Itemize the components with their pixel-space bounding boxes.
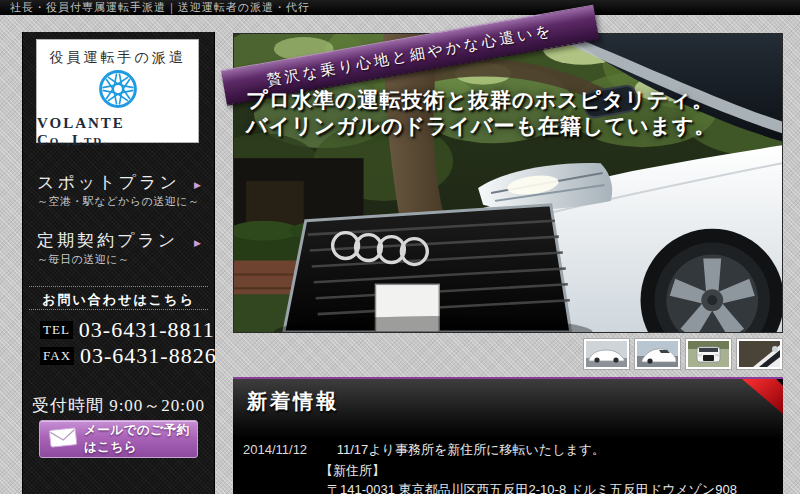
news-heading: 新着情報 bbox=[247, 388, 339, 415]
menu-sublabel: ～空港・駅などからの送迎に～ bbox=[37, 194, 203, 209]
red-corner-ribbon bbox=[703, 379, 783, 429]
hero-headline-line2: バイリンガルのドライバーも在籍しています。 bbox=[246, 113, 716, 139]
car-thumbnail-1[interactable] bbox=[584, 339, 629, 369]
divider bbox=[29, 286, 208, 287]
menu-sublabel: ～毎日の送迎に～ bbox=[37, 252, 203, 267]
menu-label: 定期契約プラン bbox=[37, 230, 203, 252]
tel-label: TEL bbox=[40, 321, 73, 339]
tel-row: TEL 03-6431-8811 bbox=[40, 317, 210, 343]
business-hours: 受付時間 9:00～20:00 bbox=[23, 394, 214, 417]
news-text-line3: 〒141-0031 東京都品川区西五反田2-10-8 ドルミ五反田ドウメゾン90… bbox=[327, 481, 737, 494]
news-section: 新着情報 2014/11/12 11/17より事務所を新住所に移転いたします。 … bbox=[233, 377, 783, 494]
fax-row: FAX 03-6431-8826 bbox=[40, 343, 210, 369]
grille bbox=[284, 205, 571, 332]
fax-label: FAX bbox=[40, 347, 74, 365]
top-bar: 社長・役員付専属運転手派遣｜送迎運転者の派遣・代行 bbox=[0, 0, 800, 15]
arrow-right-icon: ▶ bbox=[194, 238, 201, 248]
news-text-line1: 11/17より事務所を新住所に移転いたします。 bbox=[337, 442, 605, 457]
hero-headline-line1: プロ水準の運転技術と抜群のホスピタリティ。 bbox=[246, 87, 716, 113]
car-thumbnail-4[interactable] bbox=[737, 339, 782, 369]
divider bbox=[29, 309, 208, 310]
envelope-icon bbox=[48, 426, 78, 452]
arrow-right-icon: ▶ bbox=[194, 180, 201, 190]
car-thumbnail-3[interactable] bbox=[686, 339, 731, 369]
news-text-line2: 【新住所】 bbox=[320, 462, 385, 480]
mail-reservation-button[interactable]: メールでのご予約はこちら bbox=[39, 420, 198, 458]
site-logo[interactable]: 役員運転手の派遣 bbox=[36, 39, 199, 143]
sidebar: 役員運転手の派遣 bbox=[22, 32, 215, 494]
logo-company-name: VOLANTE Co.,Ltd. bbox=[37, 115, 198, 149]
news-item-row: 2014/11/12 11/17より事務所を新住所に移転いたします。 bbox=[243, 441, 605, 459]
contact-heading: お問い合わせはこちら bbox=[23, 291, 214, 309]
menu-label: スポットプラン bbox=[37, 172, 203, 194]
tel-number: 03-6431-8811 bbox=[79, 317, 215, 343]
top-bar-text: 社長・役員付専属運転手派遣｜送迎運転者の派遣・代行 bbox=[10, 1, 310, 13]
hero-headline: プロ水準の運転技術と抜群のホスピタリティ。 バイリンガルのドライバーも在籍してい… bbox=[246, 87, 716, 139]
logo-tagline: 役員運転手の派遣 bbox=[49, 49, 185, 67]
wheel-logo-icon bbox=[96, 67, 140, 115]
hero-banner: 贅沢な乗り心地と細やかな心遣いを プロ水準の運転技術と抜群のホスピタリティ。 バ… bbox=[233, 33, 783, 333]
sidebar-item-regular-plan[interactable]: 定期契約プラン ～毎日の送迎に～ ▶ bbox=[37, 230, 203, 282]
news-date: 2014/11/12 bbox=[243, 442, 307, 457]
mail-button-label: メールでのご予約はこちら bbox=[84, 422, 197, 456]
car-thumbnail-2[interactable] bbox=[635, 339, 680, 369]
fax-number: 03-6431-8826 bbox=[80, 343, 217, 369]
sidebar-item-spot-plan[interactable]: スポットプラン ～空港・駅などからの送迎に～ ▶ bbox=[37, 172, 203, 224]
car-thumbnail-strip bbox=[584, 339, 782, 369]
